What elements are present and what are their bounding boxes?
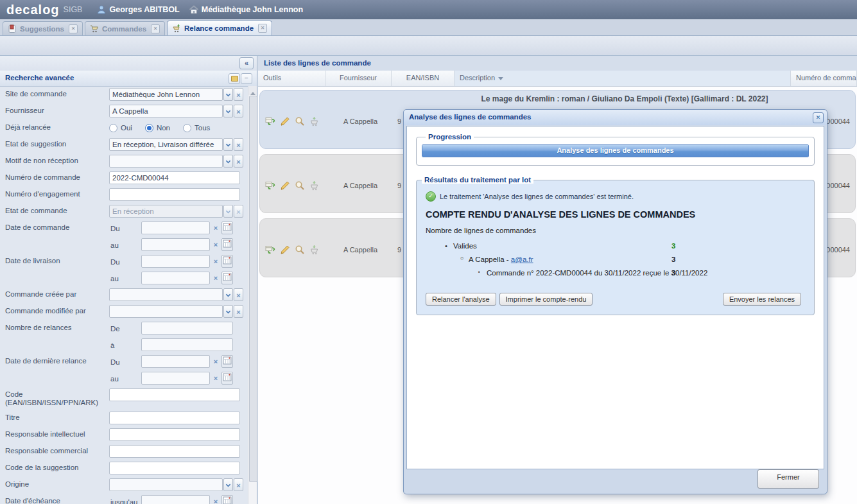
date-de-livraison-du-date-input[interactable] — [141, 255, 210, 268]
calendar-icon[interactable] — [221, 495, 233, 504]
search-magnifier-icon[interactable] — [295, 245, 305, 255]
clear-date-icon[interactable]: × — [211, 272, 220, 284]
column-header-fournisseur[interactable]: Fournisseur — [325, 71, 392, 86]
field-row-etat-de-commande: Etat de commandeEn réception× — [0, 203, 248, 220]
chevron-down-icon[interactable] — [223, 478, 233, 491]
responsable-commercial-input[interactable] — [109, 445, 240, 458]
clear-date-icon[interactable]: × — [211, 495, 220, 504]
origine-select[interactable] — [109, 478, 223, 491]
date-de-commande-au-date-input[interactable] — [141, 238, 210, 251]
clear-date-icon[interactable]: × — [211, 372, 220, 385]
field-row-numéro-de-commande: Numéro de commande — [0, 169, 248, 186]
calendar-icon[interactable] — [221, 255, 233, 268]
edit-pencil-icon[interactable] — [280, 116, 290, 126]
chevron-down-icon[interactable] — [223, 138, 233, 151]
clear-field-icon[interactable]: × — [234, 478, 243, 491]
fournisseur-select[interactable]: A Cappella — [109, 105, 223, 117]
minimize-icon[interactable]: − — [241, 73, 252, 84]
chevron-down-icon[interactable] — [223, 105, 233, 117]
tab-close-icon[interactable]: ✕ — [69, 24, 78, 33]
calendar-icon[interactable] — [221, 355, 233, 368]
clear-field-icon[interactable]: × — [234, 305, 243, 318]
search-panel: « Recherche avancée − Site de commandeMé… — [0, 56, 257, 504]
tab-suggestions[interactable]: Suggestions✕ — [3, 21, 83, 35]
site-de-commande-select[interactable]: Médiathèque John Lennon — [109, 88, 223, 101]
current-user[interactable]: Georges ABITBOL — [96, 4, 179, 15]
collapse-panel-button[interactable]: « — [239, 57, 254, 69]
code-ean-isbn-issn-ppn-ark-input[interactable] — [109, 388, 240, 401]
envoyer-relances-button[interactable]: Envoyer les relances — [723, 293, 801, 306]
panel-scrollbar[interactable] — [248, 86, 257, 504]
date-de-dernière-relance-du-date-input[interactable] — [141, 355, 210, 368]
nombre-de-relances-à-input[interactable] — [141, 338, 233, 351]
calendar-icon[interactable] — [221, 222, 233, 234]
dialog-close-icon[interactable]: ✕ — [813, 112, 824, 123]
tab-close-icon[interactable]: ✕ — [258, 24, 267, 33]
tab-close-icon[interactable]: ✕ — [151, 24, 160, 33]
date-de-dernière-relance-au-date-input[interactable] — [141, 372, 210, 385]
relance-icon[interactable] — [265, 180, 275, 191]
scrollbar-thumb[interactable] — [249, 96, 257, 482]
radio-tous[interactable] — [183, 124, 191, 132]
code-de-la-suggestion-input[interactable] — [109, 462, 240, 474]
chevron-down-icon[interactable] — [223, 155, 233, 168]
clear-date-icon[interactable]: × — [211, 222, 220, 234]
column-header-outils[interactable]: Outils — [258, 71, 325, 86]
chevron-down-icon[interactable] — [223, 305, 233, 318]
clear-field-icon[interactable]: × — [234, 288, 243, 301]
clear-date-icon[interactable]: × — [211, 238, 220, 251]
saved-searches-button[interactable] — [229, 73, 240, 84]
edit-pencil-icon[interactable] — [280, 180, 290, 191]
clear-field-icon[interactable]: × — [234, 88, 243, 101]
calendar-icon[interactable] — [221, 272, 233, 284]
chevron-down-icon[interactable] — [223, 205, 233, 218]
commande-créée-par-select[interactable] — [109, 288, 223, 301]
clear-date-icon[interactable]: × — [211, 355, 220, 368]
clear-field-icon[interactable]: × — [234, 105, 243, 117]
dialog-titlebar[interactable]: Analyse des lignes de commandes ✕ — [404, 110, 827, 125]
relancer-analyse-button[interactable]: Relancer l'analyse — [426, 293, 496, 306]
fermer-button[interactable]: Fermer — [757, 469, 819, 489]
relance-icon[interactable] — [265, 245, 275, 255]
clear-field-icon[interactable]: × — [234, 138, 243, 151]
chevron-down-icon[interactable] — [223, 288, 233, 301]
receive-cart-icon[interactable] — [309, 180, 320, 191]
calendar-icon[interactable] — [221, 372, 233, 385]
search-magnifier-icon[interactable] — [295, 180, 305, 191]
commande-modifiée-par-select[interactable] — [109, 305, 223, 318]
titre-input[interactable] — [109, 412, 240, 424]
numéro-d-engagement-input[interactable] — [109, 188, 240, 201]
chevron-down-icon[interactable] — [223, 88, 233, 101]
column-header-ean-isbn[interactable]: EAN/ISBN — [392, 71, 454, 86]
tab-commandes[interactable]: Commandes✕ — [85, 21, 165, 35]
supplier-email-link[interactable]: a@a.fr — [511, 256, 533, 263]
search-magnifier-icon[interactable] — [295, 116, 305, 126]
numéro-de-commande-input[interactable] — [109, 171, 240, 184]
clear-field-icon[interactable]: × — [234, 155, 243, 168]
date-de-livraison-au-date-input[interactable] — [141, 272, 210, 284]
receive-cart-icon[interactable] — [309, 116, 320, 126]
date-de-commande-du-date-input[interactable] — [141, 222, 210, 234]
scrollbar-up-arrow[interactable] — [248, 86, 257, 95]
relance-icon[interactable] — [265, 116, 275, 126]
etat-de-suggestion-select[interactable]: En réception, Livraison différée — [109, 138, 223, 151]
clear-field-icon[interactable]: × — [234, 205, 243, 218]
calendar-icon[interactable] — [221, 238, 233, 251]
motif-de-non-réception-select[interactable] — [109, 155, 223, 168]
radio-non[interactable] — [145, 124, 153, 132]
column-header-numéro-de-commande[interactable]: Numéro de commande — [791, 71, 857, 86]
date-d-échéance-jusqu-au-date-input[interactable] — [141, 495, 210, 504]
result-text-label: Valides — [453, 242, 477, 250]
responsable-intellectuel-input[interactable] — [109, 428, 240, 441]
radio-oui[interactable] — [109, 124, 117, 132]
column-header-description[interactable]: Description — [454, 71, 791, 86]
nombre-de-relances-de-input[interactable] — [141, 322, 233, 335]
tab-relance-commande[interactable]: Relance commande✕ — [167, 21, 272, 35]
field-row-date-de-livraison: Date de livraisonDu×au× — [0, 253, 248, 286]
clear-date-icon[interactable]: × — [211, 255, 220, 268]
commandes-icon — [90, 24, 99, 33]
receive-cart-icon[interactable] — [309, 245, 320, 255]
imprimer-compte-rendu-button[interactable]: Imprimer le compte-rendu — [499, 293, 593, 306]
current-site[interactable]: Médiathèque John Lennon — [189, 4, 303, 15]
edit-pencil-icon[interactable] — [280, 245, 290, 255]
